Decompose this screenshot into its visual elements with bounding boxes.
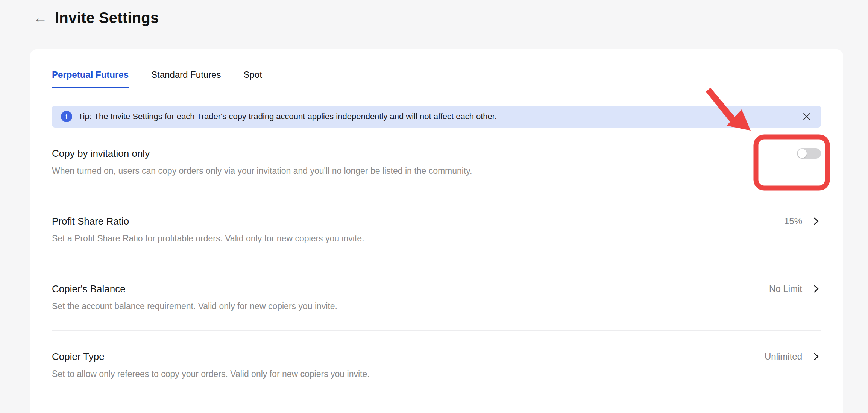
tab-perpetual-futures[interactable]: Perpetual Futures <box>52 70 129 88</box>
row-description: Set to allow only referees to copy your … <box>52 369 821 380</box>
chevron-right-icon[interactable] <box>811 216 821 226</box>
page-title: Invite Settings <box>55 9 159 26</box>
info-icon: i <box>61 111 72 122</box>
tab-bar: Perpetual Futures Standard Futures Spot <box>52 70 821 88</box>
row-title: Copy by invitation only <box>52 147 150 159</box>
row-description: When turned on, users can copy orders on… <box>52 166 821 176</box>
row-title: Copier Type <box>52 351 105 363</box>
tip-banner-text: Tip: The Invite Settings for each Trader… <box>78 112 497 121</box>
close-icon[interactable] <box>802 112 812 121</box>
tip-banner: i Tip: The Invite Settings for each Trad… <box>52 106 821 128</box>
row-value: No Limit <box>769 284 802 294</box>
page-header: ← Invite Settings <box>0 0 868 27</box>
tab-standard-futures[interactable]: Standard Futures <box>151 70 221 88</box>
toggle-knob <box>798 149 807 158</box>
row-description: Set a Profit Share Ratio for profitable … <box>52 233 821 244</box>
copy-by-invitation-toggle[interactable] <box>797 148 821 159</box>
setting-row-profit-share-ratio[interactable]: Profit Share Ratio 15% Set a Profit Shar… <box>52 195 821 263</box>
chevron-right-icon[interactable] <box>811 284 821 294</box>
setting-row-copiers-balance[interactable]: Copier's Balance No Limit Set the accoun… <box>52 263 821 331</box>
setting-row-copier-type[interactable]: Copier Type Unlimited Set to allow only … <box>52 331 821 398</box>
row-title: Copier's Balance <box>52 283 126 295</box>
setting-row-copy-by-invitation: Copy by invitation only When turned on, … <box>52 128 821 195</box>
row-value: Unlimited <box>765 351 802 362</box>
chevron-right-icon[interactable] <box>811 352 821 361</box>
settings-card: Perpetual Futures Standard Futures Spot … <box>30 49 843 413</box>
row-value: 15% <box>784 216 802 226</box>
tab-spot[interactable]: Spot <box>243 70 262 88</box>
row-description: Set the account balance requirement. Val… <box>52 301 821 312</box>
back-arrow-icon[interactable]: ← <box>33 11 47 25</box>
row-title: Profit Share Ratio <box>52 215 129 227</box>
